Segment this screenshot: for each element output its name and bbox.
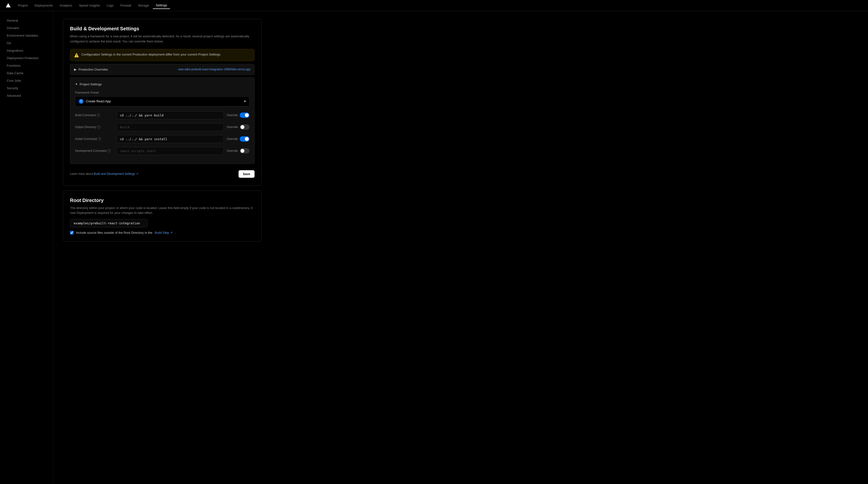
- sidebar-item-deployment-protection[interactable]: Deployment Protection: [4, 55, 49, 62]
- checkbox-label-text: Include source files outside of the Root…: [76, 231, 152, 234]
- warning-text: Configuration Settings in the current Pr…: [82, 53, 221, 56]
- build-override-label: Override: [227, 113, 238, 117]
- sidebar-item-general[interactable]: General: [4, 17, 49, 24]
- output-directory-toggle[interactable]: [240, 124, 249, 130]
- include-source-checkbox[interactable]: [70, 231, 73, 234]
- sidebar: General Domains Environment Variables Gi…: [0, 11, 53, 484]
- install-command-toggle[interactable]: [240, 136, 249, 142]
- dev-override-label: Override: [227, 149, 238, 152]
- output-directory-row: Output Directory ? Override: [75, 123, 249, 131]
- production-link[interactable]: web-sdks-prebuilt-react-integration-1ftl…: [178, 68, 250, 71]
- logo: [5, 2, 11, 9]
- warning-icon: ⚠️: [74, 53, 79, 57]
- production-overrides-label: ▶ Production Overrides: [74, 68, 108, 71]
- nav-logs[interactable]: Logs: [104, 2, 116, 9]
- build-command-label: Build Command: [75, 113, 96, 117]
- nav-storage[interactable]: Storage: [135, 2, 152, 9]
- sidebar-item-domains[interactable]: Domains: [4, 25, 49, 31]
- nav-settings[interactable]: Settings: [153, 2, 170, 9]
- project-settings-header[interactable]: ▼ Project Settings: [75, 82, 249, 86]
- footer-text: Learn more about Build and Development S…: [70, 172, 138, 176]
- root-directory-title: Root Directory: [70, 198, 254, 203]
- config-warning-banner: ⚠️ Configuration Settings in the current…: [70, 49, 254, 61]
- install-command-input[interactable]: [117, 135, 224, 143]
- framework-icon: C: [79, 99, 84, 104]
- output-directory-input[interactable]: [117, 123, 224, 131]
- sidebar-item-integrations[interactable]: Integrations: [4, 47, 49, 54]
- dev-command-label: Development Command: [75, 149, 106, 152]
- sidebar-item-security[interactable]: Security: [4, 85, 49, 92]
- sidebar-item-data-cache[interactable]: Data Cache: [4, 69, 49, 77]
- framework-value: Create React App: [86, 99, 111, 103]
- nav-speed-insights[interactable]: Speed Insights: [76, 2, 103, 9]
- sidebar-item-advanced[interactable]: Advanced: [4, 92, 49, 99]
- sidebar-item-env-vars[interactable]: Environment Variables: [4, 32, 49, 39]
- install-command-help-icon[interactable]: ?: [98, 137, 101, 141]
- install-command-row: Install Command ? Override: [75, 135, 249, 143]
- sidebar-item-git[interactable]: Git: [4, 39, 49, 47]
- build-command-help-icon[interactable]: ?: [97, 113, 100, 117]
- root-directory-input[interactable]: [70, 219, 148, 227]
- chevron-right-icon: ▶: [74, 68, 76, 71]
- build-command-input[interactable]: [117, 111, 224, 119]
- chevron-down-icon: ▼: [75, 83, 78, 86]
- dev-command-toggle[interactable]: [240, 148, 249, 153]
- page-layout: General Domains Environment Variables Gi…: [0, 11, 868, 484]
- save-button[interactable]: Save: [239, 170, 254, 178]
- project-settings-box: ▼ Project Settings Framework Preset C Cr…: [70, 77, 254, 164]
- build-section-footer: Learn more about Build and Development S…: [70, 166, 254, 179]
- sidebar-item-cron-jobs[interactable]: Cron Jobs: [4, 77, 49, 84]
- install-command-label: Install Command: [75, 137, 97, 141]
- production-overrides-row[interactable]: ▶ Production Overrides web-sdks-prebuilt…: [70, 64, 254, 75]
- framework-select[interactable]: C Create React App ▾: [75, 96, 249, 107]
- build-settings-card: Build & Development Settings When using …: [63, 19, 261, 186]
- nav-firewall[interactable]: Firewall: [118, 2, 134, 9]
- output-directory-help-icon[interactable]: ?: [97, 125, 100, 129]
- output-override-label: Override: [227, 125, 238, 129]
- sidebar-item-functions[interactable]: Functions: [4, 62, 49, 69]
- root-directory-desc: The directory within your project, in wh…: [70, 206, 254, 216]
- root-directory-card: Root Directory The directory within your…: [63, 191, 261, 242]
- output-directory-label: Output Directory: [75, 125, 96, 129]
- framework-preset-label: Framework Preset: [75, 91, 249, 94]
- nav-project[interactable]: Project: [15, 2, 31, 9]
- top-nav: Project Deployments Analytics Speed Insi…: [0, 0, 868, 11]
- build-settings-desc: When using a framework for a new project…: [70, 34, 254, 44]
- dev-command-help-icon[interactable]: ?: [107, 149, 111, 152]
- dev-command-row: Development Command ? Override: [75, 147, 249, 155]
- install-override-label: Override: [227, 137, 238, 141]
- main-content: Build & Development Settings When using …: [53, 11, 271, 484]
- nav-analytics[interactable]: Analytics: [57, 2, 75, 9]
- dev-command-input[interactable]: [117, 147, 224, 155]
- footer-link[interactable]: Build and Development Settings ↗: [94, 172, 138, 176]
- build-settings-title: Build & Development Settings: [70, 26, 254, 31]
- build-command-toggle[interactable]: [240, 113, 249, 118]
- build-command-row: Build Command ? Override: [75, 111, 249, 119]
- chevron-down-select-icon: ▾: [244, 99, 246, 103]
- build-step-link[interactable]: Build Step ↗: [155, 231, 173, 234]
- include-source-checkbox-row: Include source files outside of the Root…: [70, 231, 254, 234]
- nav-deployments[interactable]: Deployments: [31, 2, 56, 9]
